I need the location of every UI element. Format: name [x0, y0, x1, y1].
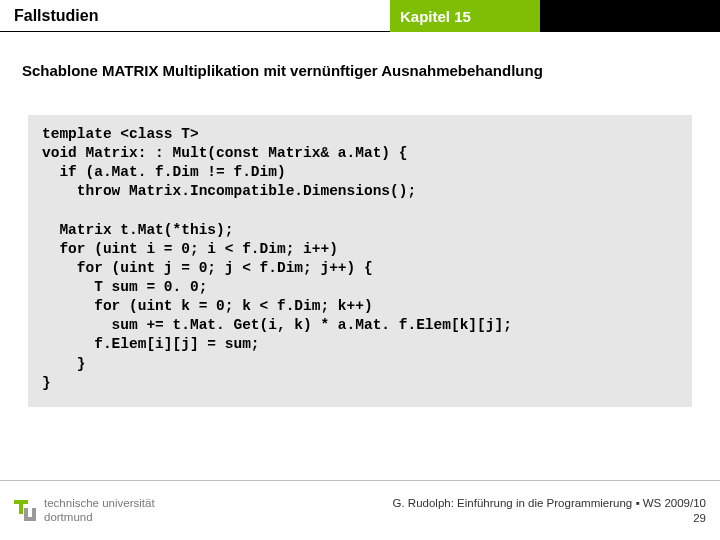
slide-header: Fallstudien Kapitel 15 [0, 0, 720, 32]
tu-logo-icon [14, 500, 36, 522]
svg-rect-4 [24, 517, 36, 521]
uni-line2: dortmund [44, 511, 155, 524]
svg-rect-1 [19, 500, 23, 514]
slide-subtitle: Schablone MATRIX Multiplikation mit vern… [0, 32, 720, 87]
chapter-badge: Kapitel 15 [390, 0, 540, 32]
page-number: 29 [393, 511, 706, 526]
university-name: technische universität dortmund [44, 497, 155, 523]
slide-footer: technische universität dortmund G. Rudol… [0, 480, 720, 540]
footer-credit: G. Rudolph: Einführung in die Programmie… [393, 496, 706, 526]
code-block: template <class T> void Matrix: : Mult(c… [28, 115, 692, 407]
header-left-title: Fallstudien [0, 0, 390, 32]
header-right: Kapitel 15 [390, 0, 720, 32]
university-logo: technische universität dortmund [14, 497, 155, 523]
credit-line: G. Rudolph: Einführung in die Programmie… [393, 496, 706, 511]
uni-line1: technische universität [44, 497, 155, 510]
header-black-strip [540, 0, 720, 32]
